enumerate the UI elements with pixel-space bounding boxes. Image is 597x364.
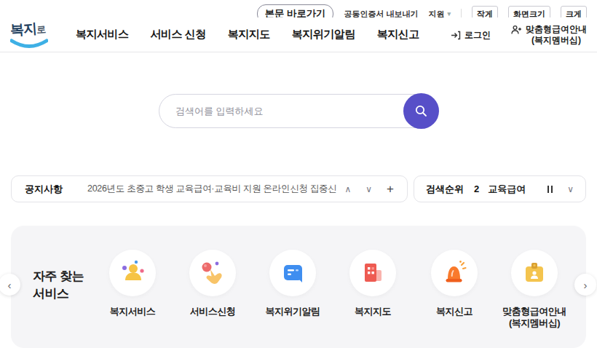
siren-icon [440, 258, 469, 288]
service-icon-circle [109, 250, 156, 296]
notice-prev-button chevron-up-icon[interactable]: ∧ [344, 185, 351, 194]
login-icon [451, 31, 461, 40]
service-icon-circle [511, 250, 558, 296]
service-label: 복지지도 [355, 306, 391, 317]
service-item-welfare-report[interactable]: 복지신고 [411, 250, 498, 317]
frequent-services-title: 자주 찾는 서비스 [33, 268, 84, 303]
hand-click-icon [198, 258, 227, 288]
logo-smile-icon [10, 39, 48, 50]
ranking-pause-button pause-icon[interactable] [547, 186, 553, 193]
search-field-container [159, 94, 438, 128]
bokjiro-logo[interactable]: 복지로 [10, 20, 55, 50]
search-bar [159, 94, 438, 128]
service-icon-circle [431, 250, 478, 296]
service-icon-circle [349, 250, 396, 296]
chevron-down-icon: ▾ [447, 10, 451, 17]
ranking-number: 2 [474, 183, 479, 194]
nav-welfare-map[interactable]: 복지지도 [228, 28, 270, 41]
notice-bar: 공지사항 2026년도 초중고 학생 교육급여·교육비 지원 온라인신청 집중신… [11, 175, 408, 202]
chat-bubble-icon [278, 258, 307, 288]
nav-service-apply[interactable]: 서비스 신청 [151, 28, 206, 41]
service-label: 복지서비스 [110, 306, 156, 317]
nav-crisis-alert[interactable]: 복지위기알림 [292, 28, 355, 41]
login-button[interactable]: 로그인 [451, 29, 491, 41]
membership-label: 맞춤형급여안내 (복지멤버십) [526, 24, 587, 46]
notice-title-link[interactable]: 2026년도 초중고 학생 교육급여·교육비 지원 온라인신청 집중신청기간 안… [87, 183, 337, 195]
bokjiro-home-page: 본문 바로가기 공동인증서 내보내기 지원 ▾ 작게 화면크기 크게 복지로 복… [0, 0, 597, 364]
notice-next-button chevron-down-icon[interactable]: ∨ [365, 185, 372, 194]
main-nav: 복지서비스 서비스 신청 복지지도 복지위기알림 복지신고 [76, 28, 419, 41]
main-header: 복지로 복지서비스 서비스 신청 복지지도 복지위기알림 복지신고 로그인 [0, 17, 597, 52]
search-ranking-bar: 검색순위 2 교육급여 ∨ [414, 175, 586, 202]
search-button[interactable] [403, 93, 439, 129]
search-icon [414, 104, 428, 118]
ranking-label: 검색순위 [426, 183, 464, 196]
person-plus-icon [511, 25, 522, 35]
service-item-welfare-services[interactable]: 복지서비스 [89, 250, 176, 317]
service-item-welfare-map[interactable]: 복지지도 [329, 250, 416, 317]
notice-label[interactable]: 공지사항 [25, 183, 63, 196]
service-icon-circle [189, 250, 236, 296]
search-input[interactable] [175, 106, 379, 116]
person-icon [118, 258, 147, 288]
membership-guide-button[interactable]: 맞춤형급여안내 (복지멤버십) [511, 24, 587, 46]
service-label: 서비스신청 [190, 306, 236, 317]
notice-controls: ∧ ∨ + [344, 183, 394, 195]
service-label: 복지위기알림 [266, 306, 320, 317]
carousel-next-button chevron-right-icon[interactable]: › [574, 274, 596, 296]
ranking-term-link[interactable]: 교육급여 [488, 183, 547, 196]
frequent-services-card: 자주 찾는 서비스 복지서비스 [11, 226, 586, 348]
clipboard-person-icon [520, 258, 549, 288]
header-right: 로그인 맞춤형급여안내 (복지멤버십) [451, 17, 587, 52]
service-icon-circle [269, 250, 316, 296]
service-label: 복지신고 [436, 306, 473, 317]
service-label: 맞춤형급여안내 (복지멤버십) [502, 306, 566, 330]
ranking-expand-button chevron-down-icon[interactable]: ∨ [567, 185, 574, 194]
service-item-service-apply[interactable]: 서비스신청 [169, 250, 256, 317]
logo-text: 복지로 [9, 18, 46, 39]
nav-welfare-services[interactable]: 복지서비스 [76, 28, 129, 41]
nav-welfare-report[interactable]: 복지신고 [377, 28, 419, 41]
notice-more-button plus-icon[interactable]: + [387, 183, 394, 195]
carousel-prev-button chevron-left-icon[interactable]: ‹ [0, 274, 20, 296]
service-item-membership-guide[interactable]: 맞춤형급여안내 (복지멤버십) [491, 250, 578, 330]
service-item-crisis-alert[interactable]: 복지위기알림 [249, 250, 336, 317]
building-map-icon [358, 258, 387, 288]
login-label: 로그인 [464, 29, 491, 41]
